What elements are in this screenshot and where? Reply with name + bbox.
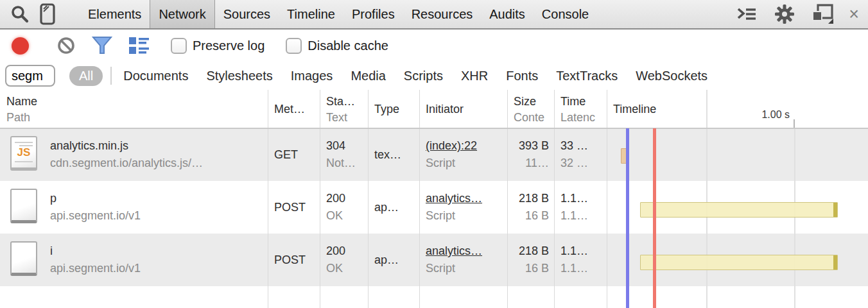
cell-method: GET [268,128,320,181]
record-button[interactable] [12,37,29,55]
initiator-link[interactable]: analytics… [426,243,507,260]
timeline-gridline [706,90,707,308]
timeline-tick-label: 1.00 s [713,109,790,121]
resource-rows-icon[interactable] [129,37,150,55]
panel-tabs: Elements Network Sources Timeline Profil… [80,0,597,28]
column-separator[interactable] [607,90,607,308]
initiator-link[interactable]: (index):22 [426,137,507,155]
column-separator[interactable] [554,90,555,308]
cell-initiator: analytics… Script [419,234,507,286]
disable-cache-label: Disable cache [308,38,388,53]
cell-status: 304 Not… [320,128,368,181]
table-row-analytics[interactable]: JS analytics.min.js cdn.segment.io/analy… [0,128,868,181]
timeline-tick-mark [794,119,795,128]
filter-type-websockets[interactable]: WebSockets [627,69,716,83]
load-event-marker [653,128,656,308]
network-request-table: Name Path Met… Sta… Text Type Initiator … [0,90,868,308]
tabbar-right-controls: × [731,0,862,28]
tab-audits[interactable]: Audits [481,0,534,28]
cell-size: 218 B 16 B [507,181,554,234]
tab-profiles[interactable]: Profiles [343,0,403,28]
header-path-label: Path [6,110,268,126]
column-header-timeline[interactable]: Timeline [607,90,709,128]
cell-name: analytics.min.js cdn.segment.io/analytic… [0,128,268,181]
cell-type: ap… [368,181,419,234]
console-drawer-icon[interactable] [731,0,763,28]
tab-console[interactable]: Console [534,0,597,28]
column-header-method[interactable]: Met… [268,90,320,128]
network-toolbar: Preserve log Disable cache [0,30,868,62]
column-header-name[interactable]: Name Path [0,90,268,128]
header-bottom-border [0,128,868,129]
filter-type-images[interactable]: Images [282,69,342,83]
cell-time: 33 … 32 … [554,128,607,181]
device-mode-icon[interactable] [35,0,60,28]
clear-block-icon[interactable] [56,36,76,55]
cell-method: POST [268,181,320,234]
disable-cache-control: Disable cache [286,38,388,54]
cell-size: 393 B 11… [507,128,554,181]
timeline-gridline [794,128,795,308]
tab-sources[interactable]: Sources [215,0,279,28]
request-name: analytics.min.js [50,137,268,155]
cell-time: 1.1… 1.1… [554,181,607,234]
filter-type-scripts[interactable]: Scripts [395,69,452,83]
cell-type: tex… [368,128,419,181]
cell-status: 200 OK [320,181,368,234]
dom-content-loaded-marker [626,128,629,308]
cell-time: 1.1… 1.1… [554,234,607,286]
preserve-log-checkbox[interactable] [171,38,187,54]
column-separator[interactable] [419,90,420,308]
column-header-status[interactable]: Sta… Text [320,90,368,128]
cell-name: p api.segment.io/v1 [0,181,268,234]
cell-method: POST [268,234,320,286]
request-name: p [50,190,268,207]
tab-timeline[interactable]: Timeline [279,0,343,28]
filter-type-media[interactable]: Media [342,69,394,83]
close-icon[interactable]: × [846,0,862,28]
initiator-link[interactable]: analytics… [426,190,507,207]
filter-divider [110,67,112,85]
column-separator[interactable] [320,90,320,308]
request-path: api.segment.io/v1 [50,207,268,225]
filter-type-all[interactable]: All [69,66,103,86]
cell-name: i api.segment.io/v1 [0,234,268,286]
settings-gear-icon[interactable] [769,0,800,28]
column-header-initiator[interactable]: Initiator [419,90,507,128]
header-name-label: Name [6,94,268,110]
column-separator[interactable] [507,90,508,308]
cell-status: 200 OK [320,234,368,286]
cell-initiator: (index):22 Script [419,128,507,181]
preserve-log-control: Preserve log [171,38,265,54]
preserve-log-label: Preserve log [193,38,265,53]
timeline-bar-p[interactable] [640,202,838,218]
cell-size: 218 B 16 B [507,234,554,286]
disable-cache-checkbox[interactable] [286,38,302,54]
column-separator[interactable] [368,90,369,308]
filter-funnel-icon[interactable] [92,37,112,55]
timeline-bar-i[interactable] [640,255,838,270]
request-name: i [50,243,268,260]
column-header-size[interactable]: Size Conte [507,90,554,128]
filter-text-input[interactable] [5,65,55,87]
dock-window-icon[interactable] [806,0,840,28]
request-path: cdn.segment.io/analytics.js/… [50,155,268,172]
filter-type-stylesheets[interactable]: Stylesheets [197,69,281,83]
filter-type-documents[interactable]: Documents [114,69,197,83]
column-separator[interactable] [268,90,268,308]
tab-resources[interactable]: Resources [403,0,482,28]
column-header-time[interactable]: Time Latenc [554,90,607,128]
column-header-type[interactable]: Type [368,90,419,128]
filter-type-texttracks[interactable]: TextTracks [547,69,627,83]
timeline-bar-tip [833,203,837,217]
filter-type-fonts[interactable]: Fonts [497,69,547,83]
cell-type: ap… [368,234,419,286]
tab-elements[interactable]: Elements [80,0,150,28]
filter-type-xhr[interactable]: XHR [452,69,497,83]
search-icon[interactable] [5,0,35,28]
timeline-bar-tip [833,255,837,270]
tab-network[interactable]: Network [150,0,214,28]
resource-filter-bar: All Documents Stylesheets Images Media S… [0,62,868,90]
cell-initiator: analytics… Script [419,181,507,234]
devtools-tabbar: Elements Network Sources Timeline Profil… [0,0,868,30]
